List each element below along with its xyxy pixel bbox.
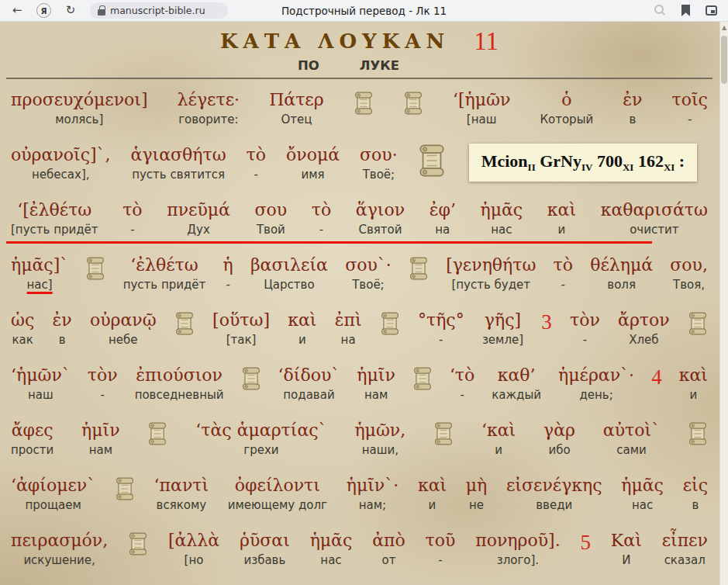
word-pair: ἡμῶν,наши, [354, 419, 405, 459]
scroll-up-icon[interactable]: ▲ [720, 23, 728, 33]
yandex-button[interactable]: Я [36, 3, 51, 18]
scroll-glyph [128, 532, 148, 556]
word-pair: ‘τὸ- [450, 364, 474, 403]
greek-word: ‘τὰς ἁμαρτίας` [195, 419, 326, 442]
russian-gloss: - [247, 167, 266, 183]
greek-word: ὁ [540, 88, 593, 112]
url-text: manuscript-bible.ru [110, 5, 205, 16]
russian-gloss: земле] [482, 332, 523, 348]
address-bar[interactable]: manuscript-bible.ru [90, 2, 228, 19]
russian-gloss: Отец [269, 112, 324, 128]
word-pair: ὡςкак [11, 309, 34, 348]
bookmark-flag-icon[interactable] [681, 5, 690, 16]
greek-word: τὸ [554, 254, 573, 277]
russian-gloss: имеющему долг [228, 497, 327, 514]
manuscript-scroll-icon[interactable] [85, 257, 105, 280]
greek-word: μὴ [466, 474, 487, 497]
apparatus-box: McionII GrNyIV 700XI 162XI : [469, 144, 697, 182]
word-pair: ἡμᾶς]`нас] [11, 254, 68, 293]
russian-gloss: - [223, 277, 233, 293]
collections-icon[interactable] [706, 5, 717, 16]
find-on-page-icon[interactable] [654, 5, 666, 16]
word-pair: ἐφ’на [430, 199, 456, 238]
greek-word: ἡμέραν`· [558, 364, 634, 387]
greek-word: ‘δίδου` [278, 364, 340, 387]
greek-word: πνεῦμά [167, 199, 230, 222]
word-pair: ἐνв [52, 309, 71, 348]
greek-word: ἡμᾶς [481, 199, 523, 222]
word-pair: πειρασμόν,искушение, [11, 529, 108, 569]
russian-gloss: нас [621, 497, 664, 514]
russian-gloss: введи [506, 497, 602, 514]
greek-word: ἡμῖν [357, 364, 395, 387]
manuscript-scroll-icon[interactable] [418, 144, 446, 178]
back-button[interactable]: ← [9, 5, 25, 16]
russian-gloss: Хлеб [618, 332, 670, 348]
greek-word: γῆς] [482, 309, 523, 332]
browser-window: ← Я ↻ manuscript-bible.ru Подстрочный пе… [0, 0, 728, 585]
greek-word: πονηροῦ]. [475, 529, 560, 552]
manuscript-scroll-icon[interactable] [174, 312, 195, 335]
toolbar-right-icons [654, 5, 717, 16]
manuscript-scroll-icon[interactable] [241, 367, 261, 390]
word-pair: καθαρισάτωочистит [601, 199, 708, 238]
chapter-number: 11 [474, 27, 499, 55]
greek-word: εἰς [683, 474, 708, 497]
russian-gloss: в [683, 497, 708, 514]
manuscript-scroll-icon[interactable] [412, 367, 433, 390]
greek-word: σου`· [345, 254, 392, 277]
greek-word: οὐρανῷ [90, 309, 157, 332]
russian-gloss: И [611, 552, 642, 569]
greek-word: ‘παντὶ [154, 474, 209, 497]
russian-gloss: - [418, 332, 464, 348]
apparatus-siglum: Mcion [481, 151, 528, 171]
russian-gloss: злого]. [475, 552, 560, 569]
greek-word: γὰρ [543, 419, 575, 442]
russian-gloss: нам [81, 442, 119, 459]
manuscript-scroll-icon[interactable] [354, 92, 374, 115]
manuscript-scroll-icon[interactable] [409, 257, 429, 280]
greek-word: αὐτοὶ` [603, 419, 660, 442]
manuscript-scroll-icon[interactable] [147, 422, 167, 445]
greek-word: Καὶ [611, 529, 642, 552]
word-pair: τοῦ- [426, 529, 456, 569]
verse-number: 4 [651, 367, 662, 388]
russian-gloss: Твоё; [345, 277, 392, 293]
word-pair: ‘ἀφίομεν`прощаем [11, 474, 95, 514]
greek-word: ἡμᾶς [310, 529, 353, 552]
word-pair: λέγετε·говорите: [178, 88, 240, 128]
word-pair: ἐνв [623, 88, 642, 128]
manuscript-scroll-icon[interactable] [688, 312, 708, 335]
russian-gloss: пусть придёт [123, 277, 206, 293]
word-pair: πονηροῦ].злого]. [475, 529, 560, 569]
greek-word: ἡ [223, 254, 233, 277]
scroll-glyph [412, 367, 433, 390]
greek-word: [οὕτω] [212, 309, 270, 332]
word-pair: καὶи [418, 474, 447, 514]
manuscript-scroll-icon[interactable] [688, 422, 708, 445]
russian-gloss: сами [603, 442, 660, 459]
manuscript-scroll-icon[interactable] [433, 422, 454, 445]
scrollbar[interactable]: ▲ [719, 22, 728, 585]
russian-gloss: сказал [662, 552, 708, 569]
greek-word: εἶπεν [662, 529, 708, 552]
greek-word: [ἀλλὰ [168, 529, 219, 552]
russian-gloss: и [288, 332, 316, 348]
word-pair: τὸ- [554, 254, 573, 293]
greek-word: βασιλεία [250, 254, 328, 277]
scroll-glyph [241, 367, 261, 390]
word-pair: καὶи [288, 309, 316, 348]
russian-gloss: - [88, 387, 118, 403]
russian-gloss: Дух [167, 222, 230, 238]
word-pair: ἐπιούσιονповседневный [135, 364, 224, 403]
manuscript-scroll-icon[interactable] [128, 532, 148, 556]
scrollbar-thumb[interactable] [721, 36, 727, 84]
greek-word: [γενηθήτω [446, 254, 536, 277]
greek-word: καθαρισάτω [601, 199, 708, 222]
manuscript-scroll-icon[interactable] [115, 477, 135, 500]
reload-button[interactable]: ↻ [63, 5, 78, 16]
scroll-glyph [688, 312, 708, 335]
manuscript-scroll-icon[interactable] [380, 312, 400, 335]
greek-word: σου [255, 199, 288, 222]
manuscript-scroll-icon[interactable] [403, 92, 423, 115]
